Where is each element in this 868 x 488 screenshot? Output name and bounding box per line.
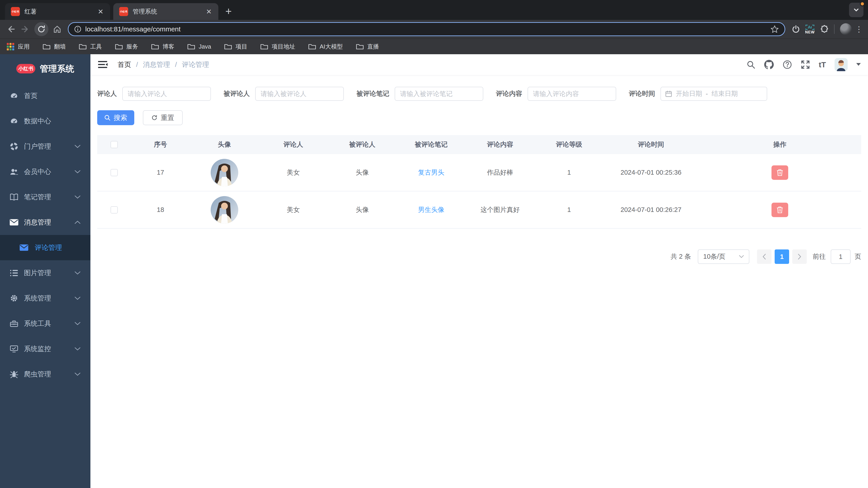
goto-unit: 页 — [855, 252, 861, 261]
browser-menu-chevron-button[interactable] — [849, 3, 864, 17]
browser-profile-avatar[interactable] — [840, 23, 852, 35]
sidebar-item-home[interactable]: 首页 — [0, 83, 90, 108]
notes-icon — [9, 193, 19, 201]
help-icon[interactable] — [782, 60, 792, 69]
bookmark-folder[interactable]: 项目地址 — [260, 43, 295, 51]
bookmark-label: 直播 — [367, 43, 379, 51]
filter-bar: 评论人 被评论人 被评论笔记 评论内容 评论时间 — [97, 87, 861, 101]
cell-commentee: 头像 — [328, 205, 397, 215]
update-dot — [860, 1, 865, 6]
new-badge-label: NEW — [805, 30, 815, 34]
search-icon[interactable] — [746, 60, 755, 69]
site-info-icon[interactable] — [74, 25, 82, 33]
cell-level: 1 — [535, 206, 603, 214]
comments-table: 序号 头像 评论人 被评论人 被评论笔记 评论内容 评论等级 评论时间 操作 1… — [97, 135, 861, 229]
folder-icon — [151, 43, 159, 50]
row-checkbox[interactable] — [111, 169, 118, 176]
refresh-icon — [151, 115, 158, 121]
extensions-puzzle-icon[interactable] — [817, 22, 831, 36]
browser-tab-2-active[interactable]: 小红书 管理系统 ✕ — [113, 3, 218, 20]
tab-close-icon[interactable]: ✕ — [204, 6, 214, 17]
breadcrumb-home[interactable]: 首页 — [118, 60, 131, 69]
date-range-picker[interactable]: 开始日期 - 结束日期 — [660, 87, 767, 101]
font-size-icon[interactable]: tT — [819, 60, 826, 69]
bookmark-folder[interactable]: 直播 — [356, 43, 379, 51]
home-button[interactable] — [50, 22, 64, 36]
note-link[interactable]: 男生头像 — [418, 205, 444, 215]
bookmark-folder[interactable]: AI大模型 — [308, 43, 343, 51]
column-header-avatar: 头像 — [190, 140, 259, 149]
bookmark-folder[interactable]: 项目 — [224, 43, 247, 51]
cell-commenter: 美女 — [259, 168, 328, 177]
back-button[interactable] — [4, 22, 18, 36]
reload-button[interactable] — [34, 22, 49, 36]
content-input[interactable] — [528, 87, 616, 101]
goto-page-input[interactable] — [831, 250, 850, 264]
images-icon — [9, 269, 19, 276]
breadcrumb-messages[interactable]: 消息管理 — [143, 60, 170, 69]
commentee-input[interactable] — [255, 87, 344, 101]
cell-time: 2024-07-01 00:25:36 — [603, 169, 699, 176]
sidebar-item-label: 会员中心 — [24, 167, 51, 176]
browser-toolbar: localhost:81/message/comment NEW — [0, 20, 868, 38]
bookmark-folder[interactable]: 博客 — [151, 43, 174, 51]
sidebar-item-label: 系统监控 — [24, 344, 51, 354]
browser-menu-kebab-icon[interactable]: ⋮ — [854, 25, 864, 34]
bookmark-label: 翻墙 — [54, 43, 66, 51]
bookmark-folder[interactable]: Java — [187, 43, 211, 50]
select-all-checkbox[interactable] — [111, 141, 118, 148]
row-checkbox[interactable] — [111, 206, 118, 214]
commenter-input[interactable] — [122, 87, 211, 101]
browser-tab-1[interactable]: 小红书 红薯 ✕ — [5, 3, 110, 20]
data-center-icon — [9, 117, 19, 125]
sidebar-item-notes[interactable]: 笔记管理 — [0, 184, 90, 210]
new-tab-button[interactable]: + — [222, 4, 235, 18]
sidebar-fold-icon[interactable] — [98, 61, 107, 69]
delete-button[interactable] — [772, 165, 788, 180]
page-size-select[interactable]: 10条/页 — [698, 250, 749, 264]
next-page-button[interactable] — [792, 250, 807, 264]
bookmark-star-icon[interactable] — [770, 25, 779, 34]
sidebar-item-system-management[interactable]: 系统管理 — [0, 286, 90, 311]
sidebar-item-messages[interactable]: 消息管理 — [0, 210, 90, 235]
reset-button[interactable]: 重置 — [143, 110, 183, 125]
chevron-down-icon — [74, 372, 81, 376]
new-extension-icon[interactable]: NEW — [803, 22, 817, 36]
address-bar[interactable]: localhost:81/message/comment — [68, 22, 785, 36]
chevron-down-icon — [74, 144, 81, 148]
sidebar-item-portal[interactable]: 门户管理 — [0, 134, 90, 159]
column-header-actions: 操作 — [699, 140, 861, 149]
sidebar-item-comment-management-active[interactable]: 评论管理 — [0, 235, 90, 260]
page-size-value: 10条/页 — [703, 252, 725, 261]
caret-down-icon[interactable] — [856, 63, 861, 66]
note-input[interactable] — [395, 87, 483, 101]
bookmark-folder[interactable]: 服务 — [115, 43, 138, 51]
bookmark-folder[interactable]: 工具 — [79, 43, 102, 51]
sidebar-item-system-tools[interactable]: 系统工具 — [0, 311, 90, 336]
bookmark-apps[interactable]: 应用 — [7, 43, 30, 51]
delete-button[interactable] — [772, 203, 788, 217]
sidebar-item-spider[interactable]: 爬虫管理 — [0, 361, 90, 387]
app-title: 管理系统 — [40, 63, 74, 74]
sidebar-item-data-center[interactable]: 数据中心 — [0, 108, 90, 134]
power-extension-icon[interactable] — [789, 22, 803, 36]
tab-close-icon[interactable]: ✕ — [96, 6, 105, 17]
forward-button[interactable] — [18, 22, 32, 36]
user-avatar[interactable] — [835, 58, 848, 71]
page-number-active[interactable]: 1 — [775, 250, 789, 264]
prev-page-button[interactable] — [757, 250, 772, 264]
bookmark-folder[interactable]: 翻墙 — [43, 43, 66, 51]
app-logo: 小红书 管理系统 — [0, 54, 90, 83]
sidebar-item-label: 系统管理 — [24, 294, 51, 303]
sidebar-item-system-monitor[interactable]: 系统监控 — [0, 336, 90, 361]
fullscreen-icon[interactable] — [801, 60, 810, 69]
search-button[interactable]: 搜索 — [97, 110, 134, 125]
github-icon[interactable] — [764, 60, 774, 70]
sidebar-item-images[interactable]: 图片管理 — [0, 260, 90, 286]
end-date-placeholder: 结束日期 — [712, 89, 738, 98]
toolbox-icon — [9, 320, 19, 327]
note-link[interactable]: 复古男头 — [418, 168, 444, 177]
column-header-commentee: 被评论人 — [328, 140, 397, 149]
bookmark-label: 工具 — [90, 43, 102, 51]
sidebar-item-members[interactable]: 会员中心 — [0, 159, 90, 184]
